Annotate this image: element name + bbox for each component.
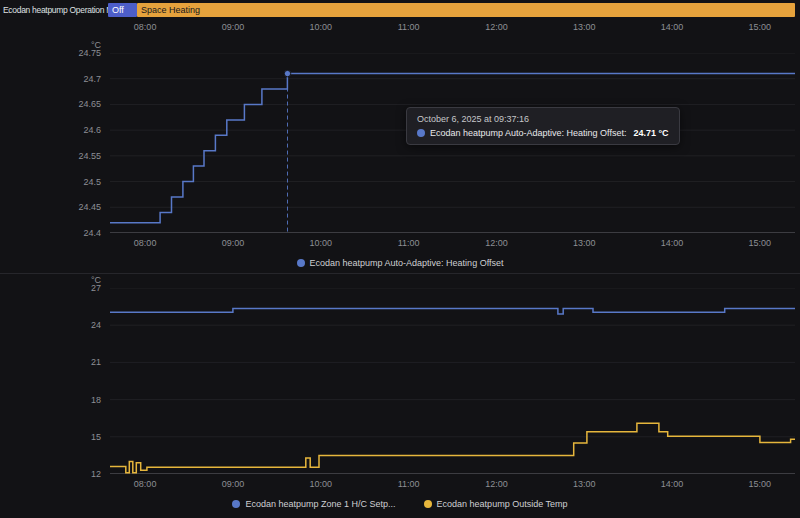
- y-tick-label: 27: [91, 283, 101, 293]
- temperature-chart: °C 272421181512 08:0009:0010:0011:0012:0…: [0, 274, 800, 512]
- timeline-row: Ecodan heatpump Operation Mo... OffSpace…: [0, 2, 800, 17]
- y-tick-label: 15: [91, 432, 101, 442]
- time-tick-1300: 13:00: [573, 238, 596, 248]
- heating-offset-time-axis: 08:0009:0010:0011:0012:0013:0014:0015:00: [110, 233, 795, 253]
- time-tick-1100: 11:00: [398, 238, 420, 248]
- y-tick-label: 24.7: [83, 74, 101, 84]
- temperature-svg: [110, 288, 795, 474]
- y-tick-label: 24.55: [78, 151, 101, 161]
- operation-mode-timeline: Ecodan heatpump Operation Mo... OffSpace…: [0, 0, 800, 37]
- time-tick-0800: 08:00: [134, 22, 157, 32]
- time-tick-0900: 09:00: [222, 22, 245, 32]
- timeline-state-off[interactable]: Off: [108, 3, 137, 17]
- tooltip-series-label: Ecodan heatpump Auto-Adaptive: Heating O…: [430, 128, 626, 138]
- tooltip-series-row: Ecodan heatpump Auto-Adaptive: Heating O…: [417, 128, 669, 138]
- temperature-chart-body: °C 272421181512: [0, 288, 800, 474]
- time-tick-0800: 08:00: [134, 238, 157, 248]
- series-line: [110, 309, 795, 315]
- legend-dot: [424, 500, 432, 508]
- legend-dot: [232, 500, 240, 508]
- y-tick-label: 24.75: [78, 48, 101, 58]
- time-tick-1500: 15:00: [749, 22, 772, 32]
- heating-offset-chart-body: °C 24.7524.724.6524.624.5524.524.4524.4 …: [0, 53, 800, 233]
- heating-offset-y-axis: °C 24.7524.724.6524.624.5524.524.4524.4: [0, 53, 110, 233]
- time-tick-1000: 10:00: [310, 238, 333, 248]
- time-tick-1100: 11:00: [398, 479, 420, 489]
- hover-point: [284, 70, 290, 76]
- temperature-y-axis: °C 272421181512: [0, 288, 110, 474]
- series-line: [110, 74, 795, 223]
- series-line: [110, 423, 795, 473]
- time-tick-1300: 13:00: [573, 479, 596, 489]
- time-tick-1200: 12:00: [485, 238, 508, 248]
- heating-offset-legend: Ecodan heatpump Auto-Adaptive: Heating O…: [0, 253, 800, 271]
- y-tick-label: 12: [91, 469, 101, 479]
- time-tick-1000: 10:00: [310, 22, 333, 32]
- time-tick-0900: 09:00: [222, 238, 245, 248]
- y-tick-label: 24.5: [83, 177, 101, 187]
- y-tick-label: 24.6: [83, 125, 101, 135]
- time-tick-0800: 08:00: [134, 479, 157, 489]
- time-tick-1100: 11:00: [398, 22, 420, 32]
- timeline-entity-label: Ecodan heatpump Operation Mo...: [0, 5, 108, 15]
- tooltip-timestamp: October 6, 2025 at 09:37:16: [417, 114, 669, 124]
- legend-dot: [297, 259, 305, 267]
- legend-item[interactable]: Ecodan heatpump Outside Temp: [424, 499, 568, 509]
- y-tick-label: 24: [91, 320, 101, 330]
- temperature-plot[interactable]: [110, 288, 795, 474]
- time-tick-1500: 15:00: [749, 479, 772, 489]
- timeline-time-axis: 08:0009:0010:0011:0012:0013:0014:0015:00: [110, 17, 795, 37]
- temperature-legend: Ecodan heatpump Zone 1 H/C Setp...Ecodan…: [0, 494, 800, 512]
- tooltip-series-dot: [417, 129, 425, 137]
- time-tick-1400: 14:00: [661, 479, 684, 489]
- legend-label: Ecodan heatpump Auto-Adaptive: Heating O…: [310, 258, 504, 268]
- time-tick-0900: 09:00: [222, 479, 245, 489]
- y-tick-label: 21: [91, 357, 101, 367]
- legend-item[interactable]: Ecodan heatpump Auto-Adaptive: Heating O…: [297, 258, 504, 268]
- chart-tooltip: October 6, 2025 at 09:37:16 Ecodan heatp…: [406, 107, 680, 145]
- y-tick-label: 24.65: [78, 99, 101, 109]
- time-tick-1200: 12:00: [485, 22, 508, 32]
- legend-label: Ecodan heatpump Outside Temp: [437, 499, 568, 509]
- heating-offset-chart: °C 24.7524.724.6524.624.5524.524.4524.4 …: [0, 37, 800, 271]
- time-tick-1400: 14:00: [661, 238, 684, 248]
- time-tick-1300: 13:00: [573, 22, 596, 32]
- timeline-state-space-heating[interactable]: Space Heating: [137, 3, 795, 17]
- time-tick-1500: 15:00: [749, 238, 772, 248]
- heating-offset-plot[interactable]: October 6, 2025 at 09:37:16 Ecodan heatp…: [110, 53, 795, 233]
- tooltip-series-value: 24.71 °C: [633, 128, 668, 138]
- legend-label: Ecodan heatpump Zone 1 H/C Setp...: [245, 499, 395, 509]
- y-tick-label: 24.4: [83, 228, 101, 238]
- time-tick-1200: 12:00: [485, 479, 508, 489]
- legend-item[interactable]: Ecodan heatpump Zone 1 H/C Setp...: [232, 499, 395, 509]
- state-timeline-bar[interactable]: OffSpace Heating: [108, 3, 795, 17]
- y-tick-label: 24.45: [78, 202, 101, 212]
- y-tick-label: 18: [91, 395, 101, 405]
- time-tick-1000: 10:00: [310, 479, 333, 489]
- history-panel: Ecodan heatpump Operation Mo... OffSpace…: [0, 0, 800, 512]
- temperature-time-axis: 08:0009:0010:0011:0012:0013:0014:0015:00: [110, 474, 795, 494]
- time-tick-1400: 14:00: [661, 22, 684, 32]
